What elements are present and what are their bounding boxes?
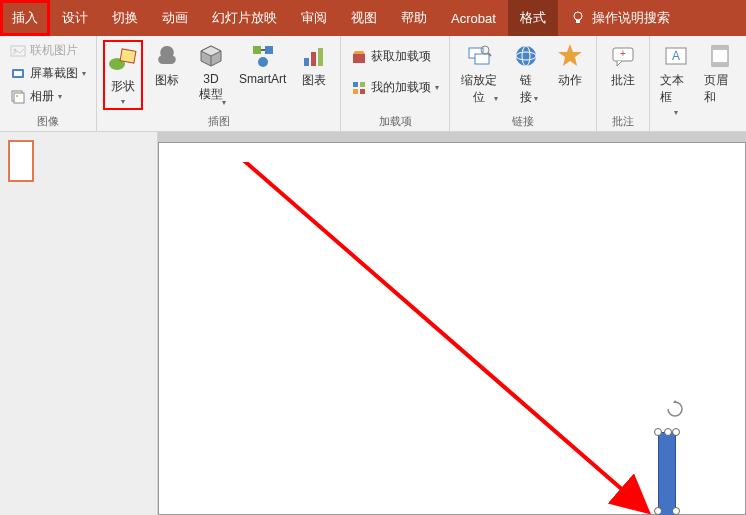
- addins-icon: [351, 80, 367, 96]
- selection-handle[interactable]: [654, 507, 662, 515]
- slide-thumbnail-1[interactable]: [8, 140, 34, 182]
- tab-design[interactable]: 设计: [50, 0, 100, 36]
- tab-acrobat[interactable]: Acrobat: [439, 0, 508, 36]
- slide-canvas[interactable]: [158, 132, 746, 515]
- header-footer-button[interactable]: 页眉和: [700, 40, 740, 108]
- tab-animation[interactable]: 动画: [150, 0, 200, 36]
- tab-review[interactable]: 审阅: [289, 0, 339, 36]
- svg-rect-16: [318, 48, 323, 66]
- album-icon: [10, 89, 26, 105]
- my-addins-button[interactable]: 我的加载项 ▾: [347, 77, 443, 98]
- my-addins-label: 我的加载项: [371, 79, 431, 96]
- comment-icon: +: [609, 42, 637, 70]
- tab-transition[interactable]: 切换: [100, 0, 150, 36]
- tab-help[interactable]: 帮助: [389, 0, 439, 36]
- album-label: 相册: [30, 88, 54, 105]
- group-addins: 获取加载项 我的加载项 ▾ 加载项: [341, 36, 450, 131]
- tell-me-search[interactable]: 操作说明搜索: [570, 0, 670, 36]
- chevron-down-icon: ▾: [222, 98, 226, 107]
- svg-rect-12: [265, 46, 273, 54]
- screenshot-label: 屏幕截图: [30, 65, 78, 82]
- svg-rect-11: [253, 46, 261, 54]
- svg-rect-18: [353, 82, 358, 87]
- group-images-label: 图像: [6, 112, 90, 131]
- svg-rect-1: [576, 20, 580, 23]
- tab-view[interactable]: 视图: [339, 0, 389, 36]
- rotate-handle-icon[interactable]: [666, 400, 684, 418]
- group-addins-label: 加载项: [347, 112, 443, 131]
- svg-rect-23: [475, 54, 489, 64]
- zoom-button[interactable]: 缩放定 位 ▾: [456, 40, 502, 105]
- group-images: 联机图片 屏幕截图 ▾ 相册 ▾ 图像: [0, 36, 97, 131]
- header-label: 页眉和: [704, 72, 736, 106]
- svg-rect-20: [353, 89, 358, 94]
- chart-label: 图表: [302, 72, 326, 89]
- tab-insert[interactable]: 插入: [0, 0, 50, 36]
- smartart-icon: [249, 42, 277, 70]
- chevron-down-icon: ▾: [121, 97, 125, 106]
- link-button[interactable]: 链 接 ▾: [506, 40, 546, 105]
- comment-button[interactable]: + 批注: [603, 40, 643, 91]
- selection-handle[interactable]: [664, 428, 672, 436]
- selection-handle[interactable]: [672, 428, 680, 436]
- shape-rectangle[interactable]: [658, 432, 676, 515]
- chevron-down-icon: ▾: [82, 69, 86, 78]
- action-button[interactable]: 动作: [550, 40, 590, 91]
- svg-rect-15: [311, 52, 316, 66]
- svg-point-0: [574, 12, 582, 20]
- zoom-label-1: 缩放定: [461, 72, 497, 89]
- group-illustrations: 形状 ▾ 图标 3D 模型 ▾ SmartArt: [97, 36, 341, 131]
- svg-rect-35: [712, 62, 728, 66]
- svg-rect-10: [120, 49, 136, 63]
- svg-rect-14: [304, 58, 309, 66]
- tab-format[interactable]: 格式: [508, 0, 558, 36]
- selected-shape-rectangle[interactable]: [658, 432, 676, 515]
- selection-handle[interactable]: [654, 428, 662, 436]
- svg-point-3: [14, 48, 17, 51]
- chevron-down-icon: ▾: [435, 83, 439, 92]
- 3d-models-button[interactable]: 3D 模型 ▾: [191, 40, 231, 105]
- svg-marker-28: [558, 44, 582, 66]
- group-comments-label: 批注: [603, 112, 643, 131]
- header-icon: [706, 42, 734, 70]
- textbox-label: 文本框: [660, 72, 692, 106]
- chevron-down-icon: ▾: [534, 94, 538, 103]
- album-button[interactable]: 相册 ▾: [6, 86, 90, 107]
- svg-rect-5: [14, 71, 22, 76]
- smartart-button[interactable]: SmartArt: [235, 40, 290, 88]
- svg-text:A: A: [672, 49, 680, 63]
- ribbon-tabs: 插入 设计 切换 动画 幻灯片放映 审阅 视图 帮助 Acrobat 格式 操作…: [0, 0, 746, 36]
- icons-icon: [153, 42, 181, 70]
- chevron-down-icon: ▾: [58, 92, 62, 101]
- selection-handle[interactable]: [672, 507, 680, 515]
- zoom-icon: [465, 42, 493, 70]
- screenshot-button[interactable]: 屏幕截图 ▾: [6, 63, 90, 84]
- 3d-label-1: 3D: [199, 72, 223, 86]
- textbox-button[interactable]: A 文本框 ▾: [656, 40, 696, 119]
- icons-button[interactable]: 图标: [147, 40, 187, 105]
- search-label: 操作说明搜索: [592, 9, 670, 27]
- link-icon: [512, 42, 540, 70]
- group-links: 缩放定 位 ▾ 链 接 ▾ 动作 链接: [450, 36, 597, 131]
- svg-rect-2: [11, 46, 25, 56]
- get-addins-button[interactable]: 获取加载项: [347, 46, 443, 67]
- shapes-button[interactable]: 形状 ▾: [103, 40, 143, 110]
- group-comments: + 批注 批注: [597, 36, 650, 131]
- svg-rect-19: [360, 82, 365, 87]
- chevron-down-icon: ▾: [494, 94, 498, 103]
- 3d-label-2: 模型: [199, 86, 223, 103]
- link-label-2: 接: [520, 89, 532, 106]
- slide-thumbnails-pane[interactable]: [0, 132, 158, 515]
- tab-slideshow[interactable]: 幻灯片放映: [200, 0, 289, 36]
- group-illustrations-label: 插图: [103, 112, 334, 131]
- online-pictures-button[interactable]: 联机图片: [6, 40, 90, 61]
- workspace: [0, 132, 746, 515]
- cube-icon: [197, 42, 225, 70]
- svg-rect-7: [14, 93, 24, 103]
- store-icon: [351, 49, 367, 65]
- chart-button[interactable]: 图表: [294, 40, 334, 91]
- action-icon: [556, 42, 584, 70]
- icons-label-2: [155, 89, 179, 103]
- get-addins-label: 获取加载项: [371, 48, 431, 65]
- zoom-label-2: 位: [461, 89, 497, 106]
